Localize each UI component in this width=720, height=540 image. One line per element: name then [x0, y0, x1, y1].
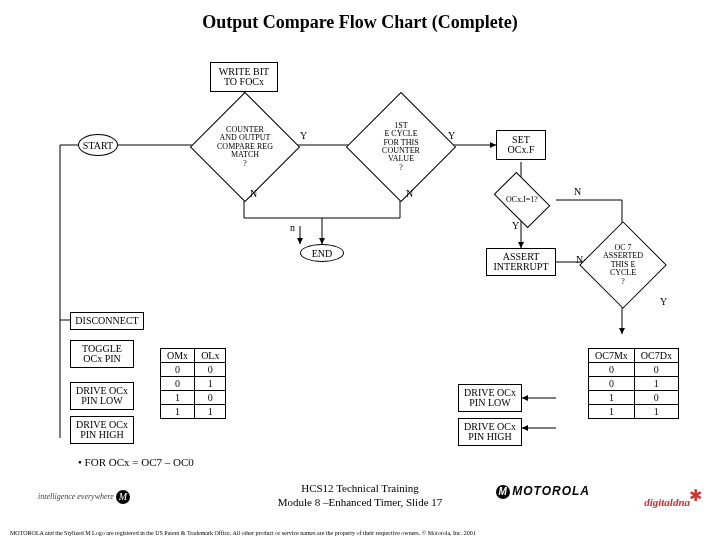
- node-oc7-asserted: OC 7 ASSERTED THIS E CYCLE ?: [592, 234, 654, 296]
- footer-legal: MOTOROLA and the Stylized M Logo are reg…: [0, 530, 720, 536]
- node-drive-low-right: DRIVE OCx PIN LOW: [458, 384, 522, 412]
- node-end: END: [300, 244, 344, 262]
- edge-label-n1: N: [250, 188, 257, 199]
- bullet-ocx-range: • FOR OCx = OC7 – OC0: [78, 456, 194, 468]
- node-counter-match: COUNTER AND OUTPUT COMPARE REG MATCH ?: [206, 108, 284, 186]
- node-disconnect: DISCONNECT: [70, 312, 144, 330]
- motorola-batwing-icon: M: [116, 490, 130, 504]
- logo-motorola: MMOTOROLA: [494, 484, 590, 499]
- table-oc7mx-oc7dx: OC7MxOC7Dx 00 01 10 11: [588, 348, 679, 419]
- node-drive-high-left: DRIVE OCx PIN HIGH: [70, 416, 134, 444]
- edge-label-n3: N: [574, 186, 581, 197]
- motorola-batwing-icon: M: [496, 485, 510, 499]
- node-start: START: [78, 134, 118, 156]
- edge-label-y2: Y: [448, 130, 455, 141]
- slide-page: Output Compare Flow Chart (Complete): [0, 0, 720, 540]
- asterisk-icon: ✱: [689, 486, 702, 505]
- node-ocxi: OCx.I=1?: [498, 184, 546, 216]
- edge-label-nlow: n: [290, 222, 295, 233]
- edge-label-n2: N: [406, 188, 413, 199]
- node-write-bit: WRITE BIT TO FOCx: [210, 62, 278, 92]
- logo-intelligence-everywhere: intelligence everywhereM: [38, 490, 132, 504]
- slide-title: Output Compare Flow Chart (Complete): [0, 0, 720, 39]
- node-toggle-pin: TOGGLE OCx PIN: [70, 340, 134, 368]
- edge-label-y3: Y: [512, 220, 519, 231]
- node-set-ocxf: SET OCx.F: [496, 130, 546, 160]
- edge-label-y4: Y: [660, 296, 667, 307]
- node-drive-high-right: DRIVE OCx PIN HIGH: [458, 418, 522, 446]
- logo-digitaldna: digitaldna: [644, 496, 690, 508]
- node-assert-interrupt: ASSERT INTERRUPT: [486, 248, 556, 276]
- table-omx-olx: OMxOLx 00 01 10 11: [160, 348, 226, 419]
- node-drive-low-left: DRIVE OCx PIN LOW: [70, 382, 134, 410]
- node-first-cycle: 1ST E CYCLE FOR THIS COUNTER VALUE ?: [362, 108, 440, 186]
- edge-label-y1: Y: [300, 130, 307, 141]
- edge-label-n4: N: [576, 254, 583, 265]
